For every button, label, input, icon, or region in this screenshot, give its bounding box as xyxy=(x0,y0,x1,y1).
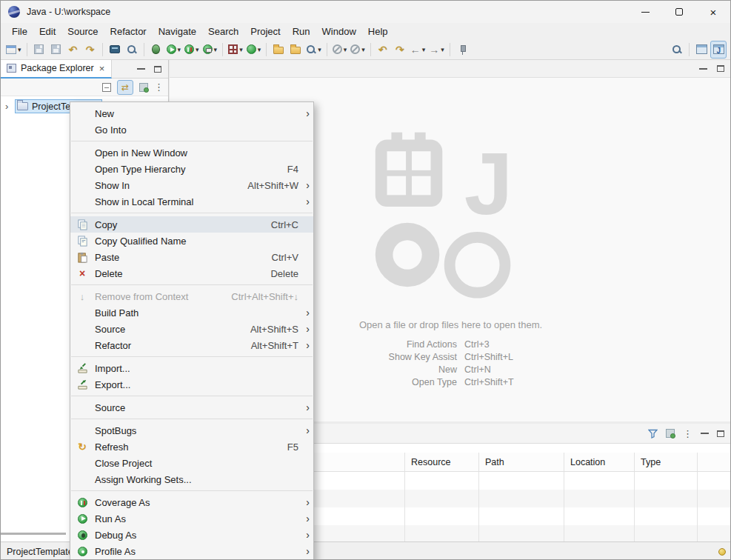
open-resource-icon xyxy=(290,47,301,54)
menu-item-delete[interactable]: × Delete Delete xyxy=(70,265,313,281)
menu-file[interactable]: File xyxy=(6,23,33,39)
menu-item-copy[interactable]: Copy Ctrl+C xyxy=(70,216,313,233)
menu-item-import[interactable]: Import... xyxy=(70,360,313,376)
column-header-location[interactable]: Location xyxy=(564,453,635,471)
menu-item-go-into[interactable]: Go Into xyxy=(70,121,313,138)
open-task-button[interactable] xyxy=(270,41,287,59)
menu-item-refactor[interactable]: Refactor Alt+Shift+T › xyxy=(70,337,313,353)
collapse-all-icon[interactable] xyxy=(102,83,111,92)
menu-item-run-as[interactable]: Run As › xyxy=(70,510,313,527)
menu-item-open-type-hierarchy[interactable]: Open Type Hierarchy F4 xyxy=(70,161,313,177)
menu-item-build-path[interactable]: Build Path › xyxy=(70,304,313,321)
maximize-window-button[interactable] xyxy=(662,1,696,23)
debug-button[interactable] xyxy=(148,41,164,59)
menu-item-source[interactable]: Source Alt+Shift+S › xyxy=(70,321,313,337)
focus-icon[interactable] xyxy=(666,429,675,438)
run-button[interactable]: ▾ xyxy=(165,41,183,59)
column-header-type[interactable]: Type xyxy=(635,453,698,471)
menu-item-assign-working-sets[interactable]: Assign Working Sets... xyxy=(70,471,313,487)
menu-item-copy-qualified-name[interactable]: Copy Qualified Name xyxy=(70,233,313,249)
last-edit-location-button[interactable]: ↶ xyxy=(375,41,391,59)
search-icon xyxy=(127,44,137,55)
step-filters-button[interactable]: ▾ xyxy=(349,41,367,59)
menu-item-profile-as[interactable]: Profile As › xyxy=(70,543,313,559)
table-cell xyxy=(405,490,479,507)
view-menu-icon[interactable]: ⋮ xyxy=(154,82,164,92)
menu-item-open-in-new-window[interactable]: Open in New Window xyxy=(70,144,313,161)
menu-item-export[interactable]: Export... xyxy=(70,376,313,393)
save-button[interactable] xyxy=(31,41,47,59)
menu-item-source-2[interactable]: Source › xyxy=(70,399,313,416)
refresh-glyph: ↻ xyxy=(78,441,87,452)
maximize-view-icon[interactable] xyxy=(717,65,724,72)
delete-icon: × xyxy=(75,267,90,279)
maximize-view-icon[interactable] xyxy=(717,430,724,437)
forward-button[interactable]: →▾ xyxy=(427,41,446,59)
column-header-resource[interactable]: Resource xyxy=(405,453,479,471)
menu-item-refresh[interactable]: ↻ Refresh F5 xyxy=(70,439,313,455)
maximize-view-icon[interactable] xyxy=(154,66,161,73)
menu-item-new[interactable]: New › xyxy=(70,105,313,121)
open-resource-button[interactable] xyxy=(287,41,304,59)
pin-editor-button[interactable] xyxy=(454,41,470,59)
close-window-button[interactable]: × xyxy=(696,1,730,23)
menu-separator xyxy=(71,213,313,213)
coverage-button[interactable]: ▾ xyxy=(183,41,201,59)
link-with-editor-button[interactable]: ⇄ xyxy=(117,80,133,95)
blank-icon xyxy=(75,179,90,191)
menu-item-debug-as[interactable]: Debug As › xyxy=(70,527,313,543)
menu-project[interactable]: Project xyxy=(244,23,286,39)
new-java-project-button[interactable]: ▾ xyxy=(227,41,244,59)
minimize-window-button[interactable] xyxy=(628,1,662,23)
redo-button[interactable]: ↷ xyxy=(82,41,99,59)
menu-navigate[interactable]: Navigate xyxy=(153,23,202,39)
search-button[interactable] xyxy=(124,41,140,59)
minimize-view-icon[interactable] xyxy=(701,433,709,434)
minimize-view-icon[interactable] xyxy=(699,68,707,70)
menu-item-show-in-local-terminal[interactable]: Show in Local Terminal › xyxy=(70,193,313,210)
undo-button[interactable]: ↶ xyxy=(65,41,81,59)
menu-item-coverage-as[interactable]: Coverage As › xyxy=(70,494,313,510)
menu-refactor[interactable]: Refactor xyxy=(104,23,153,39)
menu-source[interactable]: Source xyxy=(61,23,104,39)
new-class-button[interactable]: ▾ xyxy=(245,41,263,59)
notification-icon[interactable] xyxy=(718,548,726,556)
focus-icon[interactable] xyxy=(139,83,148,92)
menu-item-spotbugs[interactable]: SpotBugs › xyxy=(70,422,313,439)
tab-package-explorer[interactable]: Package Explorer × xyxy=(1,60,112,79)
submenu-arrow-icon: › xyxy=(298,324,310,334)
menu-item-shortcut: Ctrl+Alt+Shift+↓ xyxy=(231,291,298,302)
menu-item-show-in[interactable]: Show In Alt+Shift+W › xyxy=(70,177,313,193)
open-console-button[interactable] xyxy=(107,41,123,59)
coverage-icon xyxy=(75,496,90,508)
filter-icon[interactable] xyxy=(648,429,658,439)
table-cell xyxy=(564,490,635,507)
menu-edit[interactable]: Edit xyxy=(33,23,61,39)
new-wizard-button[interactable]: ▾ xyxy=(4,41,23,59)
skip-breakpoints-button[interactable]: ▾ xyxy=(331,41,349,59)
view-menu-icon[interactable]: ⋮ xyxy=(683,429,692,439)
java-search-button[interactable]: ▾ xyxy=(304,41,323,59)
java-perspective-button[interactable]: J xyxy=(710,41,727,59)
close-icon: × xyxy=(710,7,717,18)
submenu-arrow-icon: › xyxy=(298,402,310,413)
menu-help[interactable]: Help xyxy=(362,23,394,39)
menu-run[interactable]: Run xyxy=(287,23,316,39)
tree-expand-icon[interactable]: › xyxy=(5,101,15,112)
minimize-view-icon[interactable] xyxy=(137,68,145,70)
menu-item-close-project[interactable]: Close Project xyxy=(70,455,313,471)
back-button[interactable]: ←▾ xyxy=(409,41,427,59)
menu-item-label: SpotBugs xyxy=(95,425,136,436)
open-perspective-button[interactable] xyxy=(693,41,710,59)
menu-search[interactable]: Search xyxy=(202,23,244,39)
menu-item-paste[interactable]: Paste Ctrl+V xyxy=(70,249,313,265)
find-actions-button[interactable] xyxy=(669,41,685,59)
next-edit-location-button[interactable]: ↷ xyxy=(392,41,408,59)
close-tab-icon[interactable]: × xyxy=(99,64,106,73)
menu-window[interactable]: Window xyxy=(316,23,362,39)
horizontal-scrollbar[interactable] xyxy=(1,533,66,535)
menu-item-label: Refactor xyxy=(95,340,131,351)
external-tools-button[interactable]: ▾ xyxy=(201,41,219,59)
column-header-path[interactable]: Path xyxy=(479,453,564,471)
save-all-button[interactable] xyxy=(48,41,64,59)
